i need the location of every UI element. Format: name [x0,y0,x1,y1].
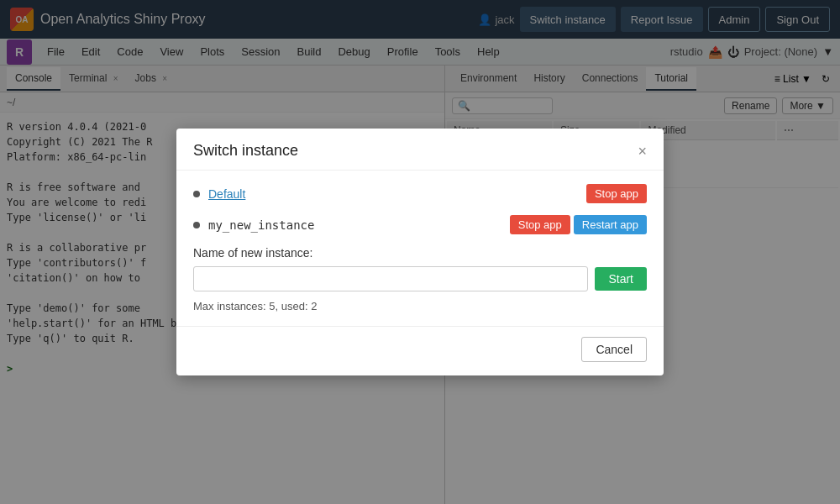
cancel-button[interactable]: Cancel [581,337,647,362]
instance-buttons-default: Stop app [586,184,647,203]
modal-close-button[interactable]: × [638,144,647,159]
new-instance-row: Start [193,266,647,291]
modal-title: Switch instance [193,142,298,160]
instance-bullet-new [193,222,200,228]
restart-app-button-new[interactable]: Restart app [574,215,647,234]
instance-name-new: my_new_instance [208,218,510,232]
modal-header: Switch instance × [176,129,664,171]
instance-name-default[interactable]: Default [208,187,586,201]
modal-footer: Cancel [176,326,664,375]
start-button[interactable]: Start [595,267,647,291]
instance-bullet-default [193,191,200,197]
stop-app-button-new[interactable]: Stop app [510,215,570,234]
instance-row-new: my_new_instance Stop app Restart app [193,215,647,234]
new-instance-section: Name of new instance: Start Max instance… [193,246,647,312]
max-instances-text: Max instances: 5, used: 2 [193,300,647,312]
instance-buttons-new: Stop app Restart app [510,215,647,234]
instance-row-default: Default Stop app [193,184,647,203]
new-instance-input[interactable] [193,266,588,291]
modal-body: Default Stop app my_new_instance Stop ap… [176,171,664,326]
modal-overlay[interactable]: Switch instance × Default Stop app my_ne… [0,0,840,504]
new-instance-label: Name of new instance: [193,246,647,260]
stop-app-button-default[interactable]: Stop app [586,184,647,203]
switch-instance-modal: Switch instance × Default Stop app my_ne… [176,129,664,375]
